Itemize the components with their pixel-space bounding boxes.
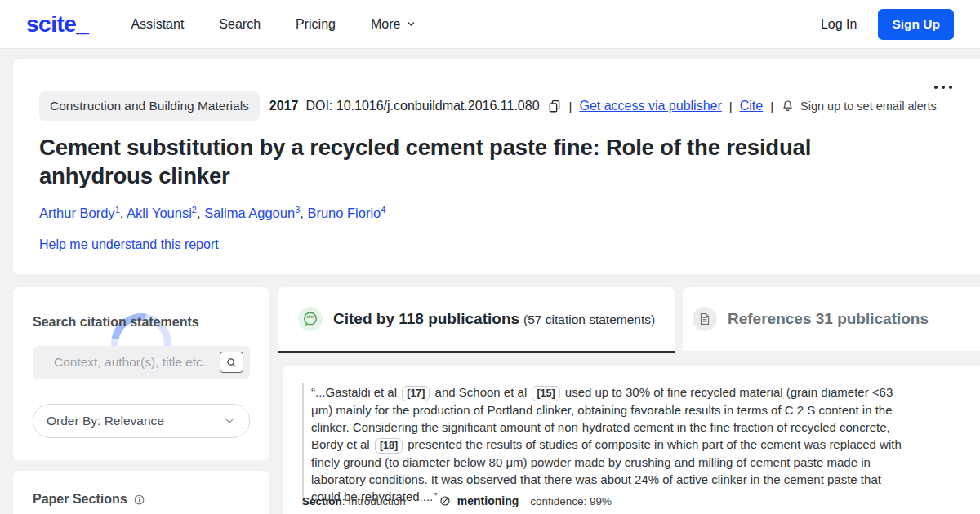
paper-sections-heading: Paper Sections: [33, 492, 145, 507]
section-label: Section: [302, 495, 342, 507]
paper-sections-card: Paper Sections: [13, 471, 270, 514]
confidence-value: confidence: 99%: [530, 495, 612, 507]
nav-links: Assistant Search Pricing More: [131, 17, 416, 32]
nav-item-more[interactable]: More: [371, 17, 416, 32]
chevron-down-icon: [223, 414, 236, 428]
login-link[interactable]: Log In: [821, 17, 857, 32]
reference-chip[interactable]: [15]: [532, 386, 559, 401]
reference-chip[interactable]: [18]: [375, 438, 403, 454]
tab-cited-by[interactable]: ”” Cited by 118 publications(57 citation…: [278, 287, 675, 353]
separator: |: [770, 100, 773, 113]
citation-search-input[interactable]: [33, 346, 250, 379]
nav-item-assistant[interactable]: Assistant: [131, 17, 184, 32]
author-link[interactable]: Bruno Fiorio4: [307, 206, 385, 220]
citation-search-card: Search citation statements Order By: Rel…: [13, 287, 270, 460]
copy-doi-icon[interactable]: [547, 99, 562, 113]
chevron-down-icon: [406, 19, 416, 29]
search-submit-button[interactable]: [220, 352, 243, 373]
more-options-icon[interactable]: [934, 86, 952, 89]
classification-badge[interactable]: mentioning: [439, 494, 519, 507]
separator: |: [569, 100, 572, 113]
info-icon[interactable]: [133, 494, 145, 506]
help-understand-link[interactable]: Help me understand this report: [39, 237, 219, 252]
citation-statement-quote: “...Gastaldi et al [17] and Schoon et al…: [302, 383, 908, 505]
citation-search-heading: Search citation statements: [33, 315, 199, 330]
publisher-access-link[interactable]: Get access via publisher: [579, 99, 721, 113]
author-link[interactable]: Salima Aggoun3: [204, 206, 307, 220]
signup-button[interactable]: Sign Up: [878, 9, 954, 40]
search-icon: [225, 357, 238, 369]
tab-references-label: References 31 publications: [728, 310, 929, 328]
reference-chip[interactable]: [17]: [402, 386, 430, 401]
email-alerts-label: Sign up to set email alerts: [800, 100, 937, 113]
mentioning-icon: [439, 494, 452, 507]
citation-statements-panel: “...Gastaldi et al [17] and Schoon et al…: [283, 366, 980, 514]
author-link[interactable]: Akli Younsi2: [127, 206, 204, 220]
nav-item-pricing[interactable]: Pricing: [296, 17, 336, 32]
separator: |: [729, 100, 733, 113]
author-link[interactable]: Arthur Bordy1: [39, 206, 127, 220]
citation-statement-meta: Section : Introduction mentioning confid…: [302, 494, 612, 507]
classification-label: mentioning: [457, 494, 519, 507]
nav-item-search[interactable]: Search: [219, 17, 261, 32]
email-alerts-button[interactable]: Sign up to set email alerts: [781, 99, 937, 113]
order-by-dropdown[interactable]: Order By: Relevance: [33, 404, 250, 438]
nav-right: Log In Sign Up: [821, 9, 954, 40]
tab-cited-by-label: Cited by 118 publications(57 citation st…: [333, 310, 655, 328]
journal-chip[interactable]: Construction and Building Materials: [39, 91, 260, 121]
citation-search-field: [33, 346, 250, 379]
document-icon: [693, 307, 717, 331]
publication-year: 2017: [270, 99, 299, 113]
top-navbar: scite_ Assistant Search Pricing More Log…: [0, 0, 980, 49]
paper-meta-row: Construction and Building Materials 2017…: [39, 91, 937, 121]
scite-logo[interactable]: scite_: [26, 11, 88, 38]
section-value: : Introduction: [342, 495, 406, 507]
svg-text:””: ””: [306, 314, 314, 323]
tab-references[interactable]: References 31 publications: [683, 287, 980, 351]
author-list: Arthur Bordy1Akli Younsi2Salima Aggoun3B…: [39, 204, 385, 221]
doi-text: DOI: 10.1016/j.conbuildmat.2016.11.080: [305, 99, 539, 113]
order-by-label: Order By: Relevance: [47, 414, 164, 428]
cite-link[interactable]: Cite: [740, 99, 763, 113]
quote-bubble-icon: ””: [298, 307, 323, 331]
scite-report-page: scite_ Assistant Search Pricing More Log…: [0, 0, 980, 514]
bell-icon: [781, 99, 795, 113]
paper-header-card: Construction and Building Materials 2017…: [13, 59, 980, 274]
paper-title: Cement substitution by a recycled cement…: [39, 133, 905, 190]
